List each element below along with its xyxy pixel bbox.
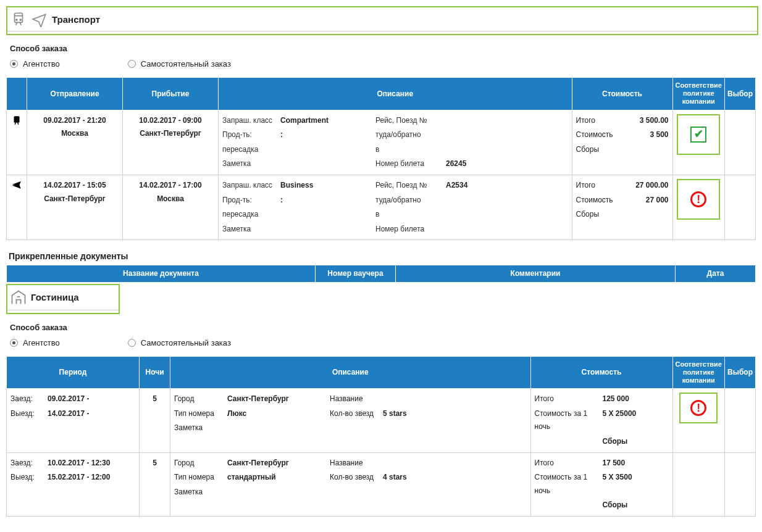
col-hotel-policy: Соответствие политике компании [672, 356, 724, 389]
col-hotel-sel: Выбор [725, 356, 756, 389]
hotel-select-cell[interactable] [725, 452, 756, 516]
radio-self[interactable]: Самостоятельный заказ [128, 59, 231, 69]
period-cell: Заезд:09.02.2017 - Выезд:14.02.2017 - [7, 389, 140, 452]
policy-warn-icon: ! [690, 400, 706, 416]
hotel-cost-cell: Итого17 500 Стоимость за 1 ночь5 Х 3500 … [530, 452, 672, 516]
hotel-row[interactable]: Заезд:10.02.2017 - 12:30 Выезд:15.02.201… [7, 452, 756, 516]
col-mode [7, 78, 27, 110]
departure-cell: 09.02.2017 - 21:20Москва [27, 110, 123, 175]
hotel-desc-cell: ГородСанкт-ПетербургНазвание Тип номерас… [170, 452, 531, 516]
transport-order-way: Способ заказа Агентство Самостоятельный … [10, 44, 756, 69]
col-cost: Стоимость [572, 78, 672, 110]
cost-cell: Итого27 000.00 Стоимость27 000 Сборы [572, 175, 672, 239]
hotel-title: Гостиница [31, 292, 79, 302]
col-comment: Комментарии [396, 265, 676, 282]
hotel-order-way-label: Способ заказа [10, 323, 756, 332]
hotel-header-highlight: Гостиница [6, 284, 120, 314]
hotel-table: Период Ночи Описание Стоимость Соответст… [6, 356, 756, 517]
train-icon [10, 11, 27, 27]
transport-row[interactable]: 14.02.2017 - 15:05Санкт-Петербург 14.02.… [7, 175, 756, 239]
policy-ok-icon: ✔ [690, 127, 706, 143]
docs-table: Название документа Номер ваучера Коммент… [6, 265, 756, 282]
desc-cell: Запраш. классBusinessРейс, Поезд №A2534 … [219, 175, 572, 239]
col-sel: Выбор [725, 78, 756, 110]
select-cell[interactable] [725, 110, 756, 175]
policy-cell: ✔ [672, 110, 724, 175]
nights-cell: 5 [140, 452, 170, 516]
hotel-select-cell[interactable] [725, 389, 756, 452]
hotel-radio-agency-label: Агентство [23, 338, 60, 347]
col-arr: Прибытие [123, 78, 219, 110]
plane-icon [31, 11, 48, 27]
hotel-desc-cell: ГородСанкт-ПетербургНазвание Тип номераЛ… [170, 389, 531, 452]
radio-agency-label: Агентство [23, 59, 60, 69]
period-cell: Заезд:10.02.2017 - 12:30 Выезд:15.02.201… [7, 452, 140, 516]
hotel-row[interactable]: Заезд:09.02.2017 - Выезд:14.02.2017 - 5 … [7, 389, 756, 452]
arrival-cell: 10.02.2017 - 09:00Санкт-Петербург [123, 110, 219, 175]
radio-self-label: Самостоятельный заказ [141, 59, 231, 69]
transport-section-header: Транспорт [7, 7, 757, 31]
radio-dot-icon [128, 339, 136, 347]
mode-cell [7, 110, 27, 175]
hotel-radio-agency[interactable]: Агентство [10, 338, 60, 347]
col-doc-name: Название документа [7, 265, 316, 282]
svg-point-1 [16, 19, 17, 20]
svg-point-2 [20, 19, 21, 20]
transport-table: Отправление Прибытие Описание Стоимость … [6, 77, 756, 240]
radio-dot-icon [128, 60, 136, 68]
docs-title: Прикрепленные документы [9, 251, 756, 261]
col-dep: Отправление [27, 78, 123, 110]
hotel-order-way: Способ заказа Агентство Самостоятельный … [10, 323, 756, 347]
hotel-policy-cell: ! [672, 389, 724, 452]
policy-warn-highlight: ! [679, 393, 718, 423]
hotel-policy-cell [672, 452, 724, 516]
col-hotel-desc: Описание [170, 356, 531, 389]
order-way-label: Способ заказа [10, 44, 756, 53]
hotel-radio-self-label: Самостоятельный заказ [141, 338, 231, 347]
plane-icon [10, 179, 23, 190]
cost-cell: Итого3 500.00 Стоимость3 500 Сборы [572, 110, 672, 175]
col-hotel-cost: Стоимость [530, 356, 672, 389]
desc-cell: Запраш. классCompartmentРейс, Поезд № Пр… [219, 110, 572, 175]
hotel-icon [10, 289, 27, 306]
transport-header-highlight: Транспорт [6, 6, 758, 35]
radio-dot-checked-icon [10, 339, 18, 347]
col-policy: Соответствие политике компании [672, 78, 724, 110]
col-desc: Описание [219, 78, 572, 110]
nights-cell: 5 [140, 389, 170, 452]
policy-ok-highlight: ✔ [677, 114, 720, 155]
transport-title: Транспорт [52, 14, 100, 25]
transport-row[interactable]: 09.02.2017 - 21:20Москва 10.02.2017 - 09… [7, 110, 756, 175]
col-date: Дата [676, 265, 756, 282]
select-cell[interactable] [725, 175, 756, 239]
hotel-cost-cell: Итого125 000 Стоимость за 1 ночь5 Х 2500… [530, 389, 672, 452]
departure-cell: 14.02.2017 - 15:05Санкт-Петербург [27, 175, 123, 239]
arrival-cell: 14.02.2017 - 17:00Москва [123, 175, 219, 239]
col-period: Период [7, 356, 140, 389]
hotel-section-header: Гостиница [7, 285, 119, 310]
policy-warn-icon: ! [690, 191, 706, 207]
svg-rect-3 [14, 116, 20, 123]
radio-dot-checked-icon [10, 60, 18, 68]
col-voucher: Номер ваучера [316, 265, 396, 282]
hotel-radio-self[interactable]: Самостоятельный заказ [128, 338, 231, 347]
train-icon [11, 114, 22, 127]
radio-agency[interactable]: Агентство [10, 59, 60, 69]
policy-cell: ! [672, 175, 724, 239]
policy-warn-highlight: ! [677, 179, 720, 220]
col-nights: Ночи [140, 356, 170, 389]
mode-cell [7, 175, 27, 239]
svg-rect-0 [15, 13, 23, 22]
